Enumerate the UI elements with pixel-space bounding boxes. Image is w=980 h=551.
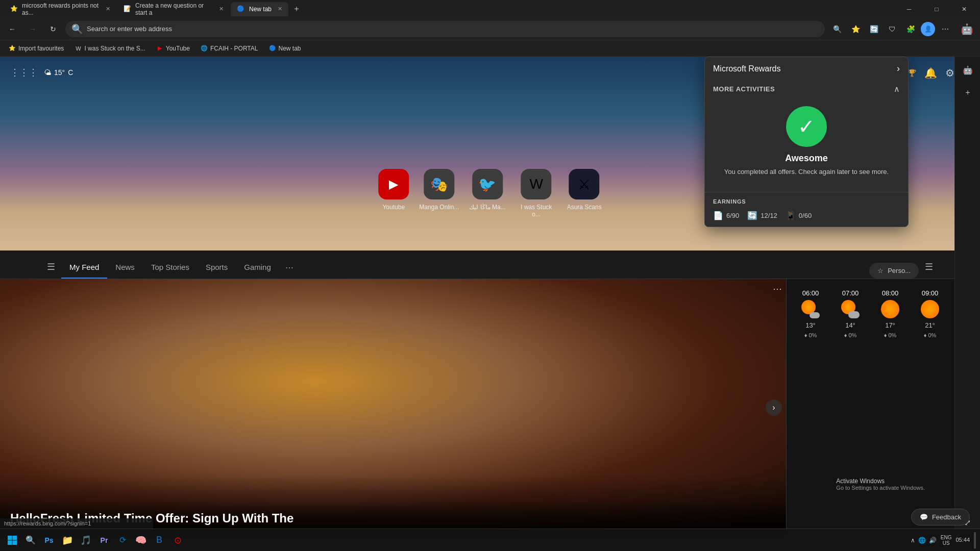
- fav-newtab[interactable]: 🔵 New tab: [264, 42, 305, 55]
- tab-3-label: New tab: [249, 6, 272, 13]
- tab-2-close[interactable]: ✕: [219, 6, 224, 12]
- rewards-header: Microsoft Rewards ›: [705, 57, 908, 80]
- tray-network-icon[interactable]: 🌐: [918, 537, 926, 544]
- new-tab-button[interactable]: ＋: [289, 2, 304, 16]
- tab-1[interactable]: ⭐ microsoft rewards points not as... ✕: [4, 2, 116, 16]
- fav-wordpress-icon: W: [74, 44, 82, 53]
- tray-volume-icon[interactable]: 🔊: [929, 537, 937, 544]
- taskbar-app-ai[interactable]: 🧠: [133, 532, 149, 548]
- feed-more-icon[interactable]: ⋯: [279, 257, 300, 279]
- weather-icon-0800: [881, 300, 899, 318]
- fav-wordpress-label: I was Stuck on the S...: [84, 45, 145, 52]
- quick-link-asura[interactable]: ⚔ Asura Scans: [567, 169, 602, 218]
- close-button[interactable]: ✕: [952, 2, 976, 16]
- taskbar-tray: ∧ 🌐 🔊: [911, 537, 937, 544]
- sidebar-search-icon[interactable]: 🔍: [829, 21, 845, 37]
- tab-2-label: Create a new question or start a: [135, 2, 213, 16]
- language-badge[interactable]: ENG US: [941, 535, 952, 546]
- page-settings-icon[interactable]: ⚙: [945, 67, 954, 79]
- fav-wordpress[interactable]: W I was Stuck on the S...: [70, 42, 149, 55]
- collections-icon[interactable]: 🔄: [866, 21, 882, 37]
- taskbar-time-value: 05:44: [955, 536, 970, 544]
- show-desktop-button[interactable]: [974, 532, 976, 548]
- browser-essentials-icon[interactable]: 🛡: [884, 21, 900, 37]
- feed-card-next-button[interactable]: ›: [766, 399, 782, 416]
- feedback-button[interactable]: 💬 Feedback: [911, 509, 970, 525]
- taskbar-app-edge[interactable]: ⟳: [114, 532, 131, 548]
- maximize-button[interactable]: □: [925, 2, 948, 16]
- weather-rain-0800: ♦ 0%: [884, 332, 897, 338]
- feed-layout-icon[interactable]: ☰: [919, 255, 939, 279]
- taskbar-right: ∧ 🌐 🔊 ENG US 05:44: [911, 532, 976, 548]
- earnings-item-0: 📄 6/90: [713, 211, 739, 220]
- address-bar[interactable]: 🔍 Search or enter web address: [65, 21, 825, 37]
- earnings-icon-1: 🔄: [747, 211, 757, 220]
- taskbar-app-ps[interactable]: Ps: [41, 532, 57, 548]
- taskbar-clock[interactable]: 05:44: [955, 536, 970, 544]
- feed-tab-news[interactable]: News: [107, 257, 143, 279]
- sidebar-copilot-icon[interactable]: 🤖: [959, 61, 977, 79]
- weather-rain-0900: ♦ 0%: [924, 332, 937, 338]
- right-sidebar-panel: 🤖 ＋ ⤢: [954, 57, 980, 536]
- weather-widget[interactable]: 🌤 15° C: [44, 68, 73, 77]
- quick-link-stuck[interactable]: W I was Stuck o...: [516, 169, 557, 218]
- apps-grid-icon[interactable]: ⋮⋮⋮: [10, 67, 38, 78]
- taskbar-app-red[interactable]: ⊙: [169, 532, 186, 548]
- feed-tab-topstories[interactable]: Top Stories: [143, 257, 198, 279]
- earnings-item-1: 🔄 12/12: [747, 211, 777, 220]
- back-button[interactable]: ←: [4, 21, 20, 37]
- taskbar-app-bing[interactable]: B: [151, 532, 167, 548]
- feed-tab-myfeed[interactable]: My Feed: [61, 257, 107, 279]
- notifications-icon[interactable]: 🔔: [924, 67, 937, 79]
- profile-button[interactable]: 👤: [921, 22, 935, 36]
- weather-temp-0600: 13°: [805, 321, 816, 329]
- taskbar-search-button[interactable]: 🔍: [22, 532, 39, 548]
- activities-collapse-icon[interactable]: ∧: [894, 84, 900, 94]
- tray-show-hidden-icon[interactable]: ∧: [911, 537, 915, 544]
- forward-button[interactable]: →: [24, 21, 41, 37]
- quick-link-youtube[interactable]: ▶ Youtube: [378, 169, 409, 218]
- quick-link-mangalek-label: ماڭا ليك Ma...: [469, 204, 505, 211]
- rewards-dropdown: Microsoft Rewards › MORE ACTIVITIES ∧ ✓ …: [704, 57, 909, 227]
- activities-content: ✓ Awesome You completed all offers. Chec…: [713, 98, 900, 184]
- favorites-icon[interactable]: ⭐: [847, 21, 864, 37]
- sidebar-toggle[interactable]: 🤖: [958, 20, 976, 38]
- fav-fcaih[interactable]: 🌐 FCAIH - PORTAL: [196, 42, 262, 55]
- quick-link-mangalek[interactable]: 🐦 ماڭا ليك Ma...: [469, 169, 505, 218]
- awesome-text: Awesome: [785, 153, 828, 164]
- tab-3[interactable]: 🔵 New tab ✕: [231, 2, 288, 16]
- rewards-arrow-icon[interactable]: ›: [897, 63, 900, 74]
- quick-link-manga-icon: 🎭: [424, 169, 454, 199]
- fav-youtube[interactable]: ▶ YouTube: [152, 42, 194, 55]
- feed-menu-icon[interactable]: ☰: [41, 255, 61, 279]
- weather-time-0600: 06:00: [802, 289, 819, 297]
- extensions-icon[interactable]: 🧩: [902, 21, 919, 37]
- weather-rain-0600: ♦ 0%: [804, 332, 817, 338]
- quick-link-stuck-icon: W: [521, 169, 552, 199]
- earnings-section: EARNINGS 📄 6/90 🔄 12/12 📱 0/60: [705, 192, 908, 227]
- feed-card-more-icon[interactable]: ⋯: [773, 283, 782, 294]
- tab-strip: ⭐ microsoft rewards points not as... ✕ 📝…: [4, 2, 895, 16]
- fav-youtube-icon: ▶: [156, 44, 164, 53]
- settings-more-icon[interactable]: ⋯: [937, 21, 953, 37]
- refresh-button[interactable]: ↻: [45, 21, 61, 37]
- fav-import[interactable]: ⭐ Import favourites: [4, 42, 68, 55]
- top-left-controls: ⋮⋮⋮ 🌤 15° C: [10, 67, 73, 78]
- taskbar-app-file[interactable]: 📁: [59, 532, 76, 548]
- sidebar-plus-icon[interactable]: ＋: [959, 83, 977, 102]
- minimize-button[interactable]: ─: [897, 2, 921, 16]
- start-button[interactable]: [4, 532, 20, 548]
- taskbar-app-premiere[interactable]: Pr: [96, 532, 112, 548]
- personalize-button[interactable]: ☆ Perso...: [869, 263, 919, 279]
- tab-1-close[interactable]: ✕: [106, 6, 110, 12]
- feed-tab-gaming[interactable]: Gaming: [236, 257, 279, 279]
- quick-link-manga[interactable]: 🎭 Manga Onlin...: [419, 169, 459, 218]
- tab-3-close[interactable]: ✕: [278, 6, 282, 12]
- weather-temp-0700: 14°: [845, 321, 855, 329]
- tab-2[interactable]: 📝 Create a new question or start a ✕: [117, 2, 230, 16]
- feed-tab-sports[interactable]: Sports: [198, 257, 236, 279]
- activities-label: MORE ACTIVITIES: [713, 85, 775, 93]
- taskbar-app-media[interactable]: 🎵: [78, 532, 94, 548]
- svg-rect-0: [8, 536, 12, 540]
- news-section: ☰ My Feed News Top Stories Sports Gaming…: [0, 251, 980, 536]
